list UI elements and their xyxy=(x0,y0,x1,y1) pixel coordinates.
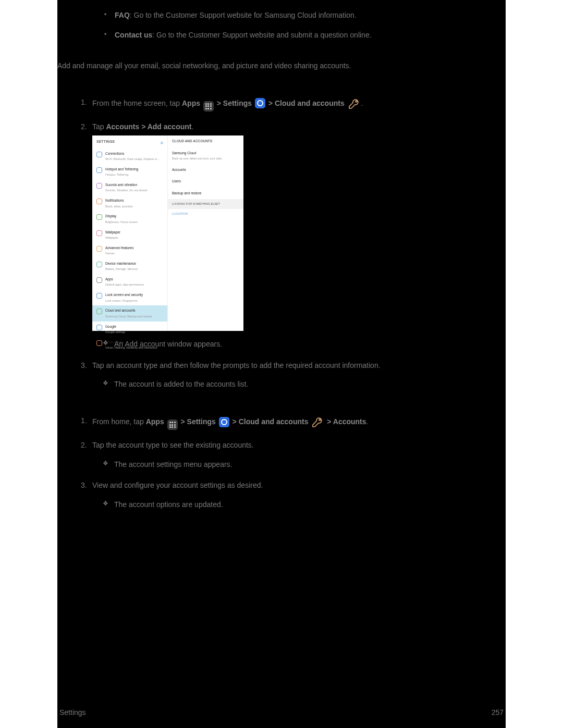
settings-sidebar: SETTINGS ⌕ ConnectionsWi-Fi, Bluetooth, … xyxy=(92,135,168,331)
intro-text: Add and manage all your email, social ne… xyxy=(57,61,506,71)
step1-pre: From the home screen, tap xyxy=(92,99,182,107)
sidebar-item: Lock screen and securityLock screen, Fin… xyxy=(92,290,167,305)
faq-text: : Go to the Customer Support website for… xyxy=(130,11,357,19)
m-step2: Tap the account type to see the existing… xyxy=(92,441,254,449)
m-step2-sub: The account settings menu appears. xyxy=(105,459,506,470)
step2-sublist: An Add account window appears. xyxy=(92,338,506,350)
sidebar-item: ConnectionsWi-Fi, Bluetooth, Data usage,… xyxy=(92,149,167,164)
key-icon xyxy=(348,98,360,110)
detail-item: Accounts xyxy=(168,164,243,176)
sidebar-item-sub: Brightness, Home screen xyxy=(105,220,164,225)
step1-apps: Apps xyxy=(182,99,200,107)
m-accounts: Accounts xyxy=(333,418,366,426)
detail-item-title: Backup and restore xyxy=(172,191,239,196)
sidebar-item-title: Sounds and vibration xyxy=(105,182,164,188)
sidebar-item-icon xyxy=(96,262,102,267)
sidebar-item-title: Lock screen and security xyxy=(105,292,164,298)
m-step1-pre: From home, tap xyxy=(92,418,146,426)
sidebar-item: DisplayBrightness, Home screen xyxy=(92,211,167,227)
sidebar-item-sub: Lock screen, Fingerprints xyxy=(105,299,164,303)
m-cloud: Cloud and accounts xyxy=(239,418,309,426)
settings-title: SETTINGS xyxy=(96,139,115,146)
sidebar-item: Cloud and accountsSamsung Cloud, Backup … xyxy=(92,305,167,321)
m-step3-sublist: The account options are updated. xyxy=(92,499,506,510)
key-icon xyxy=(311,416,324,428)
top-bullet-list: FAQ: Go to the Customer Support website … xyxy=(57,10,506,40)
step3-text: Tap an account type and then follow the … xyxy=(92,361,381,369)
device-screenshot: SETTINGS ⌕ ConnectionsWi-Fi, Bluetooth, … xyxy=(92,135,243,331)
sidebar-item: AppsDefault apps, App permissions xyxy=(92,274,167,290)
detail-item: Users xyxy=(168,176,243,187)
step3-sub1: The account is added to the accounts lis… xyxy=(105,378,506,390)
sidebar-item-sub: Games xyxy=(105,251,164,256)
sidebar-item-title: Cloud and accounts xyxy=(105,308,164,313)
sidebar-item-title: Connections xyxy=(105,151,164,156)
sidebar-item-icon xyxy=(96,214,102,220)
sidebar-item-sub: Wallpaper xyxy=(105,236,164,240)
document-page: FAQ: Go to the Customer Support website … xyxy=(57,0,506,728)
detail-item: Backup and restore xyxy=(168,188,243,199)
sidebar-item: Sounds and vibrationSounds, Vibration, D… xyxy=(92,180,167,195)
contact-bold: Contact us xyxy=(115,31,152,39)
sidebar-item-sub: Block, allow, prioritize xyxy=(105,204,164,209)
sidebar-item-sub: Hotspot, Tethering xyxy=(105,172,164,177)
footer-left: Settings xyxy=(59,708,86,717)
sidebar-item-title: Display xyxy=(105,214,164,219)
step1-gt2: > xyxy=(268,99,275,107)
sidebar-item-icon xyxy=(96,152,102,157)
sidebar-item-icon xyxy=(96,277,102,283)
manage-steps: 1. From home, tap Apps > Settings > Clou… xyxy=(57,415,506,510)
search-icon: ⌕ xyxy=(161,139,163,146)
m-apps: Apps xyxy=(146,418,164,426)
bullet-faq: FAQ: Go to the Customer Support website … xyxy=(107,10,506,21)
m-step3-sub: The account options are updated. xyxy=(105,499,506,510)
sidebar-item-icon xyxy=(96,293,102,299)
sidebar-item: NotificationsBlock, allow, prioritize xyxy=(92,195,167,211)
detail-item-sub: Back up your tablet and sync your data. xyxy=(172,156,239,161)
sidebar-item-icon xyxy=(96,340,102,346)
apps-icon xyxy=(167,415,178,430)
step2-post: . xyxy=(191,122,193,131)
step1-cloud: Cloud and accounts xyxy=(275,99,345,107)
sidebar-item-icon xyxy=(96,246,102,252)
setup-steps: 1. From the home screen, tap Apps > Sett… xyxy=(57,96,506,390)
step2-sub1: An Add account window appears. xyxy=(105,338,506,350)
step3-sublist: The account is added to the accounts lis… xyxy=(92,378,506,390)
m-settings: Settings xyxy=(187,418,216,426)
manage-step-3: 3. View and configure your account setti… xyxy=(81,479,506,510)
sidebar-item-sub: Default apps, App permissions xyxy=(105,282,164,287)
m-step2-sublist: The account settings menu appears. xyxy=(92,459,506,470)
sidebar-item-title: Wallpaper xyxy=(105,230,164,235)
manage-step-1: 1. From home, tap Apps > Settings > Clou… xyxy=(81,415,506,430)
bullet-contact: Contact us: Go to the Customer Support w… xyxy=(107,30,506,41)
detail-item-title: Accounts xyxy=(172,167,239,172)
m-gt2: > xyxy=(232,418,239,426)
sidebar-item: Hotspot and TetheringHotspot, Tethering xyxy=(92,164,167,180)
apps-icon xyxy=(203,96,214,112)
settings-icon xyxy=(219,417,229,428)
sidebar-item-title: Apps xyxy=(105,277,164,282)
sidebar-item-title: Advanced features xyxy=(105,245,164,251)
m-gt3: > xyxy=(327,418,333,426)
sidebar-item-sub: Google settings xyxy=(105,330,164,335)
detail-item: Samsung CloudBack up your tablet and syn… xyxy=(168,147,243,164)
sidebar-item-sub: Sounds, Vibration, Do not disturb xyxy=(105,188,164,193)
sidebar-item-icon xyxy=(96,167,102,173)
location-link: LOCATION xyxy=(168,209,243,219)
footer-right: 257 xyxy=(492,708,504,717)
settings-header: SETTINGS ⌕ xyxy=(92,135,167,148)
manage-step-2: 2. Tap the account type to see the exist… xyxy=(81,439,506,470)
settings-detail: CLOUD AND ACCOUNTS Samsung CloudBack up … xyxy=(168,135,243,331)
step1-dot: . xyxy=(361,99,363,107)
sidebar-item: Device maintenanceBattery, Storage, Memo… xyxy=(92,258,167,274)
sidebar-item-icon xyxy=(96,183,102,189)
setup-step-2: 2. Tap Accounts > Add account. SETTINGS … xyxy=(81,121,506,350)
m-gt1: > xyxy=(180,418,187,426)
step1-gt1: > xyxy=(217,99,223,107)
step2-pre: Tap xyxy=(92,122,106,131)
sidebar-item-title: Notifications xyxy=(105,198,164,203)
faq-bold: FAQ xyxy=(115,11,130,19)
sidebar-item-title: Google xyxy=(105,324,164,329)
sidebar-item-icon xyxy=(96,230,102,236)
settings-icon xyxy=(255,98,265,109)
